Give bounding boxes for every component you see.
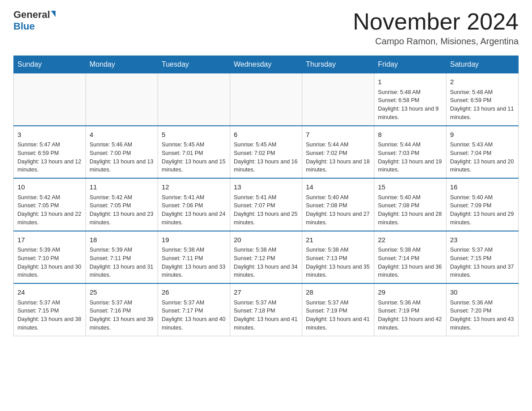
calendar-cell: 27Sunrise: 5:37 AM Sunset: 7:18 PM Dayli… (230, 283, 302, 336)
calendar-header-wednesday: Wednesday (230, 56, 302, 73)
day-info: Sunrise: 5:38 AM Sunset: 7:14 PM Dayligh… (378, 246, 442, 279)
day-number: 8 (378, 130, 442, 140)
day-number: 24 (17, 287, 82, 298)
day-info: Sunrise: 5:45 AM Sunset: 7:01 PM Dayligh… (162, 141, 226, 174)
day-number: 17 (17, 235, 82, 245)
calendar-header-thursday: Thursday (302, 56, 374, 73)
calendar-cell: 15Sunrise: 5:40 AM Sunset: 7:08 PM Dayli… (374, 178, 446, 231)
calendar-cell: 2Sunrise: 5:48 AM Sunset: 6:59 PM Daylig… (446, 73, 519, 126)
calendar-cell: 16Sunrise: 5:40 AM Sunset: 7:09 PM Dayli… (446, 178, 519, 231)
day-number: 29 (378, 287, 442, 298)
day-number: 3 (17, 130, 82, 140)
day-number: 12 (162, 182, 226, 193)
calendar-cell: 13Sunrise: 5:41 AM Sunset: 7:07 PM Dayli… (230, 178, 302, 231)
calendar-cell: 12Sunrise: 5:41 AM Sunset: 7:06 PM Dayli… (158, 178, 230, 231)
calendar-cell: 18Sunrise: 5:39 AM Sunset: 7:11 PM Dayli… (86, 231, 158, 284)
calendar-table: SundayMondayTuesdayWednesdayThursdayFrid… (13, 56, 519, 336)
calendar-cell: 24Sunrise: 5:37 AM Sunset: 7:15 PM Dayli… (14, 283, 86, 336)
calendar-header-tuesday: Tuesday (158, 56, 230, 73)
calendar-cell: 9Sunrise: 5:43 AM Sunset: 7:04 PM Daylig… (446, 126, 519, 179)
day-info: Sunrise: 5:45 AM Sunset: 7:02 PM Dayligh… (234, 141, 298, 174)
calendar-cell: 11Sunrise: 5:42 AM Sunset: 7:05 PM Dayli… (86, 178, 158, 231)
day-number: 13 (234, 182, 298, 193)
day-number: 6 (234, 130, 298, 140)
day-number: 5 (162, 130, 226, 140)
day-info: Sunrise: 5:38 AM Sunset: 7:12 PM Dayligh… (234, 246, 298, 279)
day-info: Sunrise: 5:40 AM Sunset: 7:09 PM Dayligh… (450, 193, 515, 227)
day-number: 1 (378, 77, 442, 87)
day-info: Sunrise: 5:47 AM Sunset: 6:59 PM Dayligh… (17, 141, 82, 174)
location-text: Campo Ramon, Misiones, Argentina (353, 36, 519, 47)
day-info: Sunrise: 5:37 AM Sunset: 7:16 PM Dayligh… (90, 299, 154, 332)
calendar-header-saturday: Saturday (446, 56, 519, 73)
day-info: Sunrise: 5:37 AM Sunset: 7:15 PM Dayligh… (17, 299, 82, 332)
calendar-header-sunday: Sunday (14, 56, 86, 73)
calendar-cell: 7Sunrise: 5:44 AM Sunset: 7:02 PM Daylig… (302, 126, 374, 179)
day-number: 30 (450, 287, 515, 298)
day-number: 4 (90, 130, 154, 140)
day-number: 7 (306, 130, 370, 140)
day-number: 22 (378, 235, 442, 245)
day-info: Sunrise: 5:39 AM Sunset: 7:11 PM Dayligh… (90, 246, 154, 279)
calendar-week-row: 17Sunrise: 5:39 AM Sunset: 7:10 PM Dayli… (14, 231, 519, 284)
day-number: 16 (450, 182, 515, 193)
day-number: 23 (450, 235, 515, 245)
day-info: Sunrise: 5:46 AM Sunset: 7:00 PM Dayligh… (90, 141, 154, 174)
calendar-header-friday: Friday (374, 56, 446, 73)
day-info: Sunrise: 5:41 AM Sunset: 7:06 PM Dayligh… (162, 193, 226, 227)
day-info: Sunrise: 5:40 AM Sunset: 7:08 PM Dayligh… (306, 193, 370, 227)
day-number: 10 (17, 182, 82, 193)
day-info: Sunrise: 5:37 AM Sunset: 7:17 PM Dayligh… (162, 299, 226, 332)
page-header: General Blue November 2024 Campo Ramon, … (13, 9, 519, 47)
day-number: 21 (306, 235, 370, 245)
calendar-header-row: SundayMondayTuesdayWednesdayThursdayFrid… (14, 56, 519, 73)
day-number: 11 (90, 182, 154, 193)
calendar-header-monday: Monday (86, 56, 158, 73)
calendar-cell: 3Sunrise: 5:47 AM Sunset: 6:59 PM Daylig… (14, 126, 86, 179)
day-number: 19 (162, 235, 226, 245)
title-section: November 2024 Campo Ramon, Misiones, Arg… (353, 9, 519, 47)
logo-arrow-icon (51, 11, 56, 17)
day-number: 9 (450, 130, 515, 140)
calendar-cell: 29Sunrise: 5:36 AM Sunset: 7:19 PM Dayli… (374, 283, 446, 336)
calendar-cell: 19Sunrise: 5:38 AM Sunset: 7:11 PM Dayli… (158, 231, 230, 284)
calendar-cell: 28Sunrise: 5:37 AM Sunset: 7:19 PM Dayli… (302, 283, 374, 336)
calendar-cell (86, 73, 158, 126)
logo-general-text: General (13, 9, 50, 21)
day-info: Sunrise: 5:38 AM Sunset: 7:13 PM Dayligh… (306, 246, 370, 279)
calendar-cell: 17Sunrise: 5:39 AM Sunset: 7:10 PM Dayli… (14, 231, 86, 284)
day-number: 27 (234, 287, 298, 298)
calendar-cell: 10Sunrise: 5:42 AM Sunset: 7:05 PM Dayli… (14, 178, 86, 231)
calendar-cell: 30Sunrise: 5:36 AM Sunset: 7:20 PM Dayli… (446, 283, 519, 336)
logo-blue-text: Blue (13, 21, 35, 32)
day-info: Sunrise: 5:48 AM Sunset: 6:59 PM Dayligh… (450, 88, 515, 122)
calendar-cell: 26Sunrise: 5:37 AM Sunset: 7:17 PM Dayli… (158, 283, 230, 336)
calendar-cell (230, 73, 302, 126)
calendar-cell: 23Sunrise: 5:37 AM Sunset: 7:15 PM Dayli… (446, 231, 519, 284)
calendar-cell: 1Sunrise: 5:48 AM Sunset: 6:58 PM Daylig… (374, 73, 446, 126)
calendar-week-row: 24Sunrise: 5:37 AM Sunset: 7:15 PM Dayli… (14, 283, 519, 336)
day-info: Sunrise: 5:36 AM Sunset: 7:20 PM Dayligh… (450, 299, 515, 332)
day-info: Sunrise: 5:36 AM Sunset: 7:19 PM Dayligh… (378, 299, 442, 332)
calendar-cell (14, 73, 86, 126)
calendar-cell: 8Sunrise: 5:44 AM Sunset: 7:03 PM Daylig… (374, 126, 446, 179)
day-info: Sunrise: 5:41 AM Sunset: 7:07 PM Dayligh… (234, 193, 298, 227)
day-number: 25 (90, 287, 154, 298)
calendar-cell: 4Sunrise: 5:46 AM Sunset: 7:00 PM Daylig… (86, 126, 158, 179)
calendar-cell: 21Sunrise: 5:38 AM Sunset: 7:13 PM Dayli… (302, 231, 374, 284)
day-number: 15 (378, 182, 442, 193)
day-info: Sunrise: 5:43 AM Sunset: 7:04 PM Dayligh… (450, 141, 515, 174)
day-info: Sunrise: 5:37 AM Sunset: 7:18 PM Dayligh… (234, 299, 298, 332)
day-info: Sunrise: 5:38 AM Sunset: 7:11 PM Dayligh… (162, 246, 226, 279)
day-number: 2 (450, 77, 515, 87)
calendar-week-row: 3Sunrise: 5:47 AM Sunset: 6:59 PM Daylig… (14, 126, 519, 179)
logo: General Blue (13, 9, 56, 32)
day-info: Sunrise: 5:40 AM Sunset: 7:08 PM Dayligh… (378, 193, 442, 227)
day-info: Sunrise: 5:44 AM Sunset: 7:03 PM Dayligh… (378, 141, 442, 174)
day-number: 18 (90, 235, 154, 245)
day-info: Sunrise: 5:37 AM Sunset: 7:19 PM Dayligh… (306, 299, 370, 332)
day-info: Sunrise: 5:37 AM Sunset: 7:15 PM Dayligh… (450, 246, 515, 279)
day-info: Sunrise: 5:42 AM Sunset: 7:05 PM Dayligh… (90, 193, 154, 227)
day-number: 14 (306, 182, 370, 193)
calendar-week-row: 1Sunrise: 5:48 AM Sunset: 6:58 PM Daylig… (14, 73, 519, 126)
